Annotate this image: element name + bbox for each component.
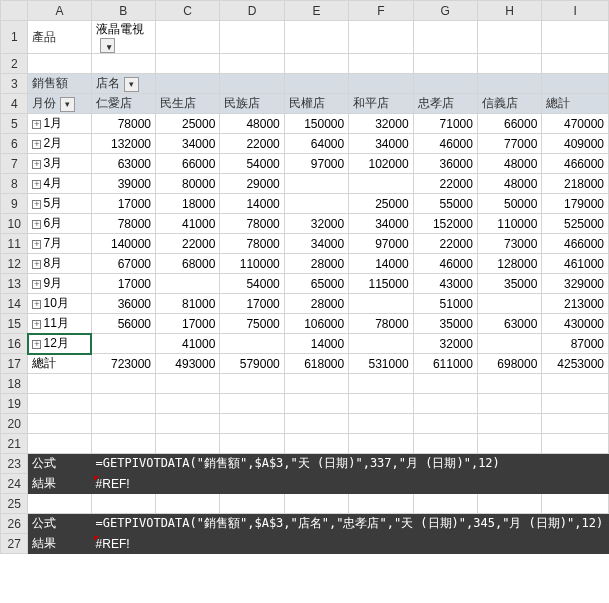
expand-icon[interactable]: + [32,200,41,209]
row-4[interactable]: 4 [1,94,28,114]
data-cell[interactable]: 110000 [477,214,541,234]
data-cell[interactable]: 22000 [413,234,477,254]
cell[interactable] [477,494,541,514]
data-cell[interactable]: 14000 [284,334,348,354]
data-cell[interactable]: 525000 [542,214,609,234]
col-I[interactable]: I [542,1,609,21]
month-cell[interactable]: +9月 [28,274,91,294]
data-cell[interactable]: 14000 [349,254,413,274]
cell[interactable] [413,374,477,394]
data-cell[interactable]: 140000 [91,234,155,254]
data-cell[interactable]: 87000 [542,334,609,354]
month-cell[interactable]: +3月 [28,154,91,174]
month-cell[interactable]: +12月 [28,334,91,354]
row-8[interactable]: 8 [1,174,28,194]
cell[interactable] [542,474,609,494]
select-all-corner[interactable] [1,1,28,21]
cell[interactable] [156,434,220,454]
data-cell[interactable]: 54000 [220,274,284,294]
data-cell[interactable] [349,294,413,314]
data-cell[interactable]: 218000 [542,174,609,194]
row-20[interactable]: 20 [1,414,28,434]
data-cell[interactable]: 68000 [156,254,220,274]
data-cell[interactable]: 77000 [477,134,541,154]
cell[interactable] [477,74,541,94]
data-cell[interactable]: 50000 [477,194,541,214]
row-14[interactable]: 14 [1,294,28,314]
data-cell[interactable]: 35000 [413,314,477,334]
row-16[interactable]: 16 [1,334,28,354]
col-E[interactable]: E [284,1,348,21]
data-cell[interactable]: 17000 [91,274,155,294]
data-cell[interactable]: 29000 [220,174,284,194]
row-19[interactable]: 19 [1,394,28,414]
month-dropdown-icon[interactable]: ▾ [60,97,75,112]
col-H[interactable]: H [477,1,541,21]
data-cell[interactable]: 22000 [413,174,477,194]
data-cell[interactable]: 179000 [542,194,609,214]
month-cell[interactable]: +5月 [28,194,91,214]
cell[interactable] [284,494,348,514]
data-cell[interactable]: 81000 [156,294,220,314]
cell[interactable] [477,374,541,394]
data-cell[interactable]: 66000 [477,114,541,134]
data-cell[interactable]: 430000 [542,314,609,334]
data-cell[interactable]: 75000 [220,314,284,334]
data-cell[interactable]: 54000 [220,154,284,174]
cell[interactable] [349,534,413,554]
data-cell[interactable] [477,334,541,354]
cell[interactable] [349,494,413,514]
data-cell[interactable]: 102000 [349,154,413,174]
data-cell[interactable]: 25000 [349,194,413,214]
data-cell[interactable]: 34000 [156,134,220,154]
expand-icon[interactable]: + [32,280,41,289]
cell[interactable] [156,374,220,394]
data-cell[interactable]: 17000 [156,314,220,334]
cell[interactable] [349,21,413,54]
data-cell[interactable]: 115000 [349,274,413,294]
data-cell[interactable]: 43000 [413,274,477,294]
result-1[interactable]: #REF! [91,474,155,494]
data-cell[interactable]: 106000 [284,314,348,334]
row-23[interactable]: 23 [1,454,28,474]
cell[interactable] [220,21,284,54]
data-cell[interactable]: 28000 [284,294,348,314]
cell[interactable] [477,394,541,414]
month-cell[interactable]: +6月 [28,214,91,234]
data-cell[interactable]: 48000 [477,154,541,174]
cell[interactable] [156,21,220,54]
data-cell[interactable]: 67000 [91,254,155,274]
cell[interactable] [477,54,541,74]
store-dropdown-icon[interactable]: ▾ [124,77,139,92]
data-cell[interactable]: 466000 [542,234,609,254]
data-cell[interactable]: 32000 [349,114,413,134]
data-cell[interactable] [91,334,155,354]
cell[interactable] [156,74,220,94]
data-cell[interactable]: 78000 [220,234,284,254]
col-F[interactable]: F [349,1,413,21]
row-12[interactable]: 12 [1,254,28,274]
cell[interactable] [28,54,91,74]
cell[interactable] [349,394,413,414]
data-cell[interactable]: 34000 [349,134,413,154]
month-cell[interactable]: +2月 [28,134,91,154]
data-cell[interactable]: 71000 [413,114,477,134]
data-cell[interactable]: 17000 [220,294,284,314]
row-10[interactable]: 10 [1,214,28,234]
data-cell[interactable]: 409000 [542,134,609,154]
cell[interactable] [220,534,284,554]
cell[interactable] [28,374,91,394]
month-cell[interactable]: +8月 [28,254,91,274]
expand-icon[interactable]: + [32,300,41,309]
cell[interactable] [413,534,477,554]
data-cell[interactable]: 64000 [284,134,348,154]
data-cell[interactable]: 73000 [477,234,541,254]
row-7[interactable]: 7 [1,154,28,174]
data-cell[interactable] [220,334,284,354]
data-cell[interactable]: 41000 [156,334,220,354]
data-cell[interactable]: 97000 [349,234,413,254]
cell[interactable] [28,414,91,434]
month-cell[interactable]: +7月 [28,234,91,254]
cell[interactable] [542,374,609,394]
expand-icon[interactable]: + [32,240,41,249]
